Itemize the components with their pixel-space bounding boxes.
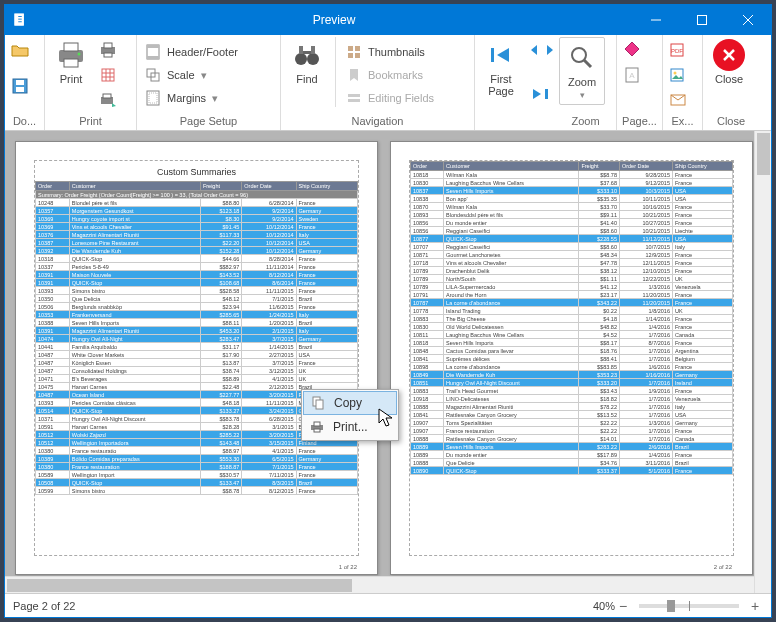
status-bar: Page 2 of 22 40% − +: [5, 593, 771, 617]
svg-line-43: [584, 60, 591, 67]
group-label-export: Ex...: [667, 113, 698, 130]
svg-rect-10: [64, 59, 78, 67]
group-label-navigation: Navigation: [285, 113, 470, 130]
svg-rect-7: [16, 87, 24, 92]
context-menu: Copy Print...: [301, 389, 399, 441]
group-label-page-setup: Page Setup: [141, 113, 276, 130]
zoom-out-button[interactable]: −: [615, 598, 631, 614]
group-label-document: Do...: [9, 113, 40, 130]
svg-rect-6: [16, 80, 24, 85]
printer-icon: [309, 419, 325, 435]
svg-point-29: [295, 53, 307, 65]
export-email-button[interactable]: [667, 89, 689, 111]
zoom-indicator: 40%: [593, 600, 615, 612]
svg-rect-37: [355, 53, 360, 58]
copy-icon: [310, 395, 326, 411]
editing-fields-button: Editing Fields: [342, 87, 438, 109]
chevron-down-icon: ▾: [212, 92, 218, 105]
watermark-button[interactable]: A: [621, 64, 643, 86]
chevron-down-icon: ▾: [580, 90, 585, 100]
report-table-1: OrderCustomerFreightOrder DateShip Count…: [35, 181, 358, 495]
quick-print-button[interactable]: [97, 39, 119, 61]
context-print[interactable]: Print...: [303, 415, 397, 439]
chevron-down-icon: ▾: [201, 69, 207, 82]
maximize-button[interactable]: [679, 5, 725, 35]
editing-fields-icon: [346, 90, 362, 106]
open-button[interactable]: [9, 39, 31, 61]
group-label-print: Print: [49, 113, 132, 130]
preview-area[interactable]: Custom Summaries OrderCustomerFreightOrd…: [5, 131, 771, 593]
svg-rect-40: [491, 48, 494, 62]
magnifier-icon: [566, 42, 598, 74]
margins-icon: [145, 90, 161, 106]
header-footer-button[interactable]: Header/Footer: [141, 41, 242, 63]
page-2[interactable]: OrderCustomerFreightOrder DateShip Count…: [390, 141, 753, 575]
page-indicator: Page 2 of 22: [13, 600, 75, 612]
horizontal-scrollbar[interactable]: [5, 576, 754, 593]
page-1[interactable]: Custom Summaries OrderCustomerFreightOrd…: [15, 141, 378, 575]
vertical-scrollbar[interactable]: [754, 131, 771, 593]
print-button[interactable]: Print: [49, 37, 93, 87]
report-table-2: OrderCustomerFreightOrder DateShip Count…: [410, 161, 733, 475]
svg-rect-54: [316, 400, 323, 409]
header-footer-icon: [145, 44, 161, 60]
svg-rect-21: [103, 94, 111, 98]
save-button[interactable]: [9, 75, 31, 97]
titlebar: Preview: [5, 5, 771, 35]
first-page-icon: [485, 39, 517, 71]
app-icon: [5, 13, 35, 27]
bookmarks-icon: [346, 67, 362, 83]
print-options-button[interactable]: [97, 89, 119, 111]
export-image-button[interactable]: [667, 64, 689, 86]
close-button[interactable]: Close: [707, 37, 751, 87]
minimize-button[interactable]: [633, 5, 679, 35]
close-window-button[interactable]: [725, 5, 771, 35]
svg-rect-23: [147, 45, 159, 48]
group-label-page-bg: Page...: [621, 113, 658, 130]
svg-text:A: A: [629, 71, 635, 80]
svg-point-49: [674, 72, 677, 75]
scale-icon: [145, 67, 161, 83]
zoom-slider[interactable]: [639, 604, 739, 608]
svg-point-11: [78, 53, 81, 56]
binoculars-icon: [291, 39, 323, 71]
page-title: Custom Summaries: [35, 161, 358, 181]
svg-rect-2: [698, 16, 707, 25]
svg-rect-35: [355, 46, 360, 51]
prev-page-button[interactable]: [527, 39, 541, 61]
svg-rect-33: [303, 51, 311, 54]
margins-button[interactable]: Margins ▾: [141, 87, 222, 109]
thumbnails-icon: [346, 44, 362, 60]
svg-rect-14: [104, 53, 112, 57]
svg-rect-24: [147, 56, 159, 59]
svg-rect-38: [348, 94, 360, 97]
bookmarks-button: Bookmarks: [342, 64, 438, 86]
export-pdf-button[interactable]: PDF: [667, 39, 689, 61]
context-copy[interactable]: Copy: [303, 391, 397, 415]
close-icon: [713, 39, 745, 71]
zoom-button[interactable]: Zoom ▾: [559, 37, 605, 105]
svg-rect-39: [348, 99, 360, 102]
printer-icon: [55, 39, 87, 71]
svg-rect-15: [102, 69, 114, 81]
group-label-close: Close: [707, 113, 755, 130]
page-color-button[interactable]: [621, 39, 643, 61]
svg-rect-48: [671, 69, 683, 81]
group-label-zoom: Zoom: [559, 113, 612, 130]
page-setup-button[interactable]: [97, 64, 119, 86]
svg-rect-34: [348, 46, 353, 51]
svg-rect-36: [348, 53, 353, 58]
thumbnails-button[interactable]: Thumbnails: [342, 41, 438, 63]
svg-rect-9: [64, 43, 78, 51]
find-button[interactable]: Find: [285, 37, 329, 87]
svg-text:PDF: PDF: [671, 48, 683, 54]
svg-rect-56: [314, 422, 320, 426]
last-page-button[interactable]: [527, 83, 555, 105]
svg-rect-13: [104, 43, 112, 48]
svg-rect-31: [299, 46, 303, 54]
first-page-button[interactable]: First Page: [479, 37, 523, 99]
svg-point-42: [572, 48, 586, 62]
svg-rect-32: [311, 46, 315, 54]
zoom-in-button[interactable]: +: [747, 598, 763, 614]
scale-button[interactable]: Scale ▾: [141, 64, 211, 86]
